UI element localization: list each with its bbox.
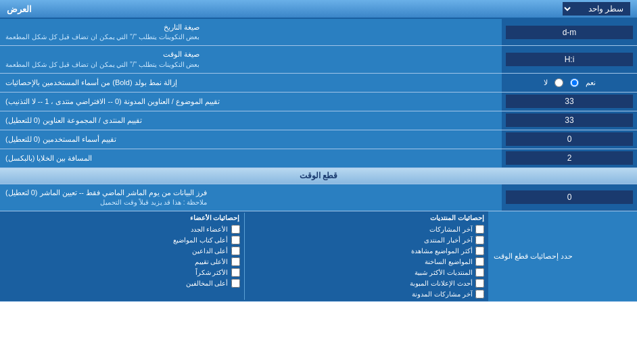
checkbox-forum-6[interactable]: [475, 290, 484, 298]
checkbox-member-5[interactable]: [231, 279, 240, 288]
stats-col1-title: إحصائيات المنتديات: [249, 214, 485, 223]
top-header: سطر واحد سطرين ثلاثة أسطر العرض: [0, 0, 637, 19]
stats-section: حدد إحصائيات قطع الوقت إحصائيات المنتديا…: [0, 211, 637, 302]
cutoff-days-label: فرز البيانات من يوم الماشر الماضي فقط --…: [0, 184, 502, 211]
cutoff-section-header: قطع الوقت: [0, 168, 637, 184]
bold-yes-label: نعم: [586, 78, 596, 87]
time-format-label: صيغة الوقت بعض التكوينات يتطلب "/" التي …: [0, 46, 502, 72]
checkbox-forum-3[interactable]: [475, 257, 484, 266]
stats-item-member-0[interactable]: الأعضاء الجدد: [4, 225, 240, 234]
time-format-input[interactable]: [506, 53, 633, 66]
stats-col-forums: إحصائيات المنتديات آخر المشاركات آخر أخب…: [245, 211, 489, 301]
forum-order-label: تقييم المنتدى / المجموعة العناوين (0 للت…: [0, 111, 502, 130]
bold-no-label: لا: [544, 78, 548, 87]
display-select-wrapper[interactable]: سطر واحد سطرين ثلاثة أسطر: [563, 2, 630, 16]
cutoff-days-input[interactable]: [506, 190, 633, 204]
topic-order-input-cell[interactable]: [502, 93, 637, 111]
time-format-row: صيغة الوقت بعض التكوينات يتطلب "/" التي …: [0, 46, 637, 73]
checkbox-forum-4[interactable]: [475, 268, 484, 277]
stats-item-member-3[interactable]: الأعلى تقييم: [4, 257, 240, 266]
topic-order-row: تقييم الموضوع / العناوين المدونة (0 -- ا…: [0, 93, 637, 111]
cutoff-days-row: فرز البيانات من يوم الماشر الماضي فقط --…: [0, 184, 637, 211]
checkbox-member-3[interactable]: [231, 257, 240, 266]
stats-item-forum-5[interactable]: أحدث الإعلانات المبوبة: [249, 279, 485, 288]
bold-remove-input-cell[interactable]: لا نعم: [502, 74, 637, 92]
date-format-row: صيغة التاريخ بعض التكوينات يتطلب "/" الت…: [0, 19, 637, 46]
checkbox-member-4[interactable]: [231, 268, 240, 277]
cutoff-days-input-cell[interactable]: [502, 184, 637, 211]
stats-separator: [244, 213, 245, 300]
stats-checkboxes: إحصائيات المنتديات آخر المشاركات آخر أخب…: [0, 211, 488, 301]
stats-label: حدد إحصائيات قطع الوقت: [488, 211, 637, 301]
topic-order-input[interactable]: [506, 95, 633, 108]
checkbox-forum-1[interactable]: [475, 236, 484, 244]
user-order-input[interactable]: [506, 132, 633, 146]
topic-order-label: تقييم الموضوع / العناوين المدونة (0 -- ا…: [0, 93, 502, 111]
stats-item-forum-1[interactable]: آخر أخبار المنتدى: [249, 236, 485, 244]
checkbox-member-2[interactable]: [231, 246, 240, 255]
checkbox-member-1[interactable]: [231, 236, 240, 244]
time-format-input-cell[interactable]: [502, 46, 637, 72]
display-select[interactable]: سطر واحد سطرين ثلاثة أسطر: [563, 2, 630, 16]
stats-item-forum-2[interactable]: أكثر المواضيع مشاهدة: [249, 246, 485, 255]
header-title: العرض: [7, 4, 32, 14]
bold-no-radio[interactable]: [555, 78, 563, 87]
stats-item-forum-6[interactable]: آخر مشاركات المدونة: [249, 290, 485, 298]
forum-order-input-cell[interactable]: [502, 111, 637, 130]
cell-spacing-input[interactable]: [506, 151, 633, 165]
stats-item-member-1[interactable]: أعلى كتاب المواضيع: [4, 236, 240, 244]
user-order-row: تقييم أسماء المستخدمين (0 للتعطيل): [0, 130, 637, 149]
forum-order-row: تقييم المنتدى / المجموعة العناوين (0 للت…: [0, 111, 637, 130]
forum-order-input[interactable]: [506, 113, 633, 127]
stats-item-member-5[interactable]: أعلى المخالفين: [4, 279, 240, 288]
date-format-input[interactable]: [506, 26, 633, 39]
cell-spacing-label: المسافة بين الخلايا (بالبكسل): [0, 149, 502, 167]
cell-spacing-row: المسافة بين الخلايا (بالبكسل): [0, 149, 637, 168]
stats-item-member-4[interactable]: الأكثر شكراً: [4, 268, 240, 277]
date-format-label: صيغة التاريخ بعض التكوينات يتطلب "/" الت…: [0, 19, 502, 45]
user-order-label: تقييم أسماء المستخدمين (0 للتعطيل): [0, 130, 502, 149]
date-format-input-cell[interactable]: [502, 19, 637, 45]
bold-yes-radio[interactable]: [570, 78, 579, 87]
bold-remove-row: لا نعم إزالة نمط بولد (Bold) من أسماء ال…: [0, 74, 637, 93]
user-order-input-cell[interactable]: [502, 130, 637, 149]
checkbox-forum-2[interactable]: [475, 246, 484, 255]
checkbox-member-0[interactable]: [231, 225, 240, 234]
checkbox-forum-5[interactable]: [475, 279, 484, 288]
checkbox-forum-0[interactable]: [475, 225, 484, 234]
stats-item-member-2[interactable]: أعلى الداعين: [4, 246, 240, 255]
stats-item-forum-4[interactable]: المنتديات الأكثر شبية: [249, 268, 485, 277]
stats-col-members: إحصائيات الأعضاء الأعضاء الجدد أعلى كتاب…: [0, 211, 244, 301]
cell-spacing-input-cell[interactable]: [502, 149, 637, 167]
bold-remove-label: إزالة نمط بولد (Bold) من أسماء المستخدمي…: [0, 74, 502, 92]
stats-item-forum-0[interactable]: آخر المشاركات: [249, 225, 485, 234]
stats-item-forum-3[interactable]: المواضيع الساخنة: [249, 257, 485, 266]
stats-col2-title: إحصائيات الأعضاء: [4, 214, 240, 223]
